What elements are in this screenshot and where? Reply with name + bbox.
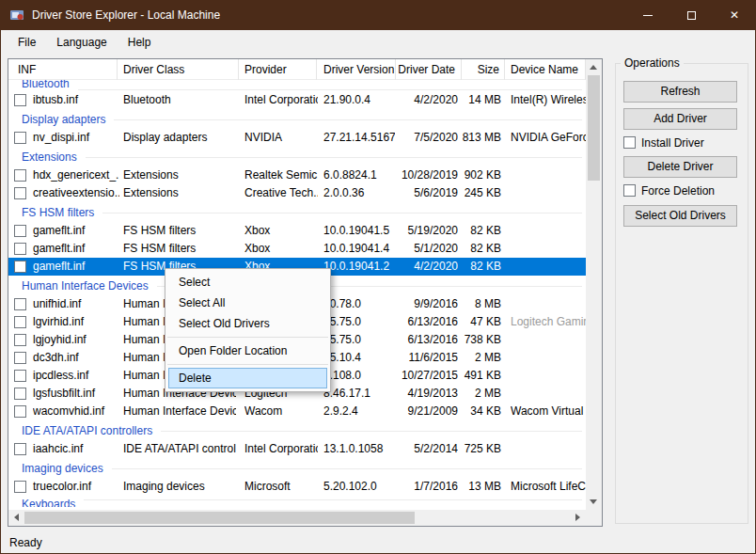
cell-provider: Creative Tech... — [244, 184, 318, 202]
group-header: Bluetooth — [8, 80, 586, 91]
group-label: Human Interface Devices — [22, 279, 149, 293]
group-line — [114, 119, 582, 120]
table-row[interactable]: hdx_genericext_...ExtensionsRealtek Semi… — [8, 166, 586, 184]
menu-item-select-old-drivers[interactable]: Select Old Drivers — [165, 313, 330, 334]
cell-inf: gameflt.inf — [33, 240, 119, 258]
refresh-button[interactable]: Refresh — [623, 81, 737, 103]
group-line — [78, 89, 582, 90]
row-checkbox[interactable] — [14, 334, 26, 346]
title-bar[interactable]: Driver Store Explorer - Local Machine ✕ — [0, 0, 756, 30]
force-deletion-checkbox[interactable]: Force Deletion — [623, 183, 715, 198]
cell-size: 813 MB — [456, 129, 501, 147]
cell-inf: iaahcic.inf — [33, 440, 119, 458]
row-checkbox[interactable] — [14, 132, 26, 144]
menu-help[interactable]: Help — [118, 30, 162, 55]
group-label: IDE ATA/ATAPI controllers — [22, 424, 152, 437]
cell-driver-class: Display adapters — [123, 129, 236, 147]
scroll-down-icon[interactable] — [590, 499, 597, 504]
cell-date: 1/7/2016 — [385, 478, 458, 496]
vertical-scrollbar[interactable] — [586, 59, 602, 510]
close-button[interactable]: ✕ — [713, 0, 756, 30]
row-checkbox[interactable] — [14, 316, 26, 328]
scroll-right-icon[interactable] — [575, 514, 580, 521]
column-header-driver-class[interactable]: Driver Class — [118, 59, 239, 80]
cell-device — [511, 440, 586, 458]
cell-date: 7/5/2020 — [385, 129, 458, 147]
table-row[interactable]: wacomvhid.infHuman Interface DevicesWaco… — [8, 403, 586, 420]
scroll-left-icon[interactable] — [14, 514, 19, 521]
minimize-button[interactable] — [626, 0, 669, 30]
menu-item-select[interactable]: Select — [165, 272, 330, 293]
horizontal-scrollbar-thumb[interactable] — [24, 512, 415, 524]
operations-label: Operations — [621, 56, 684, 70]
cell-device: Logitech Gaming Virtual — [511, 313, 586, 331]
column-header-device-name[interactable]: Device Name — [505, 59, 586, 80]
menu-item-delete[interactable]: Delete — [168, 368, 327, 388]
row-checkbox[interactable] — [14, 243, 26, 255]
cell-driver-class: Imaging devices — [123, 478, 236, 496]
row-checkbox[interactable] — [14, 388, 26, 400]
cell-size: 902 KB — [456, 166, 501, 184]
menu-item-open-folder-location[interactable]: Open Folder Location — [165, 340, 330, 361]
row-checkbox[interactable] — [14, 481, 26, 493]
row-checkbox[interactable] — [14, 298, 26, 310]
row-checkbox[interactable] — [14, 225, 26, 237]
scroll-up-icon[interactable] — [590, 65, 597, 70]
row-checkbox[interactable] — [14, 370, 26, 382]
group-header: Imaging devices — [8, 458, 586, 478]
group-header: Extensions — [8, 147, 586, 166]
install-driver-checkbox[interactable]: Install Driver — [623, 135, 704, 150]
cell-driver-class: IDE ATA/ATAPI control... — [123, 440, 236, 458]
row-checkbox[interactable] — [14, 169, 26, 182]
group-header: Display adapters — [8, 109, 586, 129]
cell-device — [511, 184, 586, 202]
cell-date: 6/13/2016 — [385, 313, 458, 331]
checkbox-label: Force Deletion — [641, 184, 715, 198]
table-row[interactable]: truecolor.infImaging devicesMicrosoft5.2… — [8, 478, 586, 496]
row-checkbox[interactable] — [14, 261, 26, 273]
delete-driver-button[interactable]: Delete Driver — [623, 156, 737, 178]
group-line — [161, 431, 582, 432]
row-checkbox[interactable] — [14, 352, 26, 364]
column-header-size[interactable]: Size — [462, 59, 505, 80]
scrollbar-corner — [586, 510, 602, 526]
cell-provider: Xbox — [244, 222, 318, 240]
cell-driver-class: Human Interface Devices — [123, 403, 236, 420]
horizontal-scrollbar[interactable] — [8, 510, 586, 526]
column-header-driver-version[interactable]: Driver Version — [317, 59, 396, 80]
column-header-driver-date[interactable]: Driver Date — [396, 59, 462, 80]
table-row[interactable]: iaahcic.infIDE ATA/ATAPI control...Intel… — [8, 440, 586, 458]
row-checkbox[interactable] — [14, 187, 26, 199]
menu-language[interactable]: Language — [46, 30, 117, 55]
checkbox-label: Install Driver — [641, 136, 704, 150]
table-row[interactable]: gameflt.infFS HSM filtersXbox10.0.19041.… — [8, 222, 586, 240]
cell-inf: lgjoyhid.inf — [33, 331, 119, 349]
table-row[interactable]: nv_dispi.infDisplay adaptersNVIDIA27.21.… — [8, 129, 586, 147]
row-checkbox[interactable] — [14, 443, 26, 455]
cell-provider: Intel Corporation — [244, 440, 318, 458]
cell-size: 13 MB — [456, 478, 501, 496]
cell-date: 10/27/2015 — [385, 367, 458, 385]
add-driver-button[interactable]: Add Driver — [623, 108, 737, 130]
cell-driver-class: Extensions — [123, 184, 236, 202]
column-header-inf[interactable]: INF — [8, 59, 118, 80]
table-row[interactable]: gameflt.infFS HSM filtersXbox10.0.19041.… — [8, 240, 586, 258]
cell-inf: creativeextensio... — [33, 184, 119, 202]
cell-provider: Wacom — [244, 403, 318, 420]
checkbox-icon — [623, 136, 636, 149]
row-checkbox[interactable] — [14, 94, 26, 106]
table-row[interactable]: creativeextensio...ExtensionsCreative Te… — [8, 184, 586, 202]
cell-size: 14 MB — [456, 91, 501, 109]
table-row[interactable]: ibtusb.infBluetoothIntel Corporation21.9… — [8, 91, 586, 109]
maximize-button[interactable] — [669, 0, 713, 30]
cell-inf: lgsfusbfilt.inf — [33, 385, 119, 403]
cell-device — [511, 222, 586, 240]
menu-item-select-all[interactable]: Select All — [165, 293, 330, 313]
select-old-drivers-button[interactable]: Select Old Drivers — [623, 205, 737, 227]
vertical-scrollbar-thumb[interactable] — [588, 75, 600, 181]
menu-file[interactable]: File — [8, 30, 46, 55]
row-checkbox[interactable] — [14, 405, 26, 418]
cell-inf: hdx_genericext_... — [33, 166, 119, 184]
column-header-provider[interactable]: Provider — [239, 59, 317, 80]
cell-size: 491 KB — [456, 367, 501, 385]
